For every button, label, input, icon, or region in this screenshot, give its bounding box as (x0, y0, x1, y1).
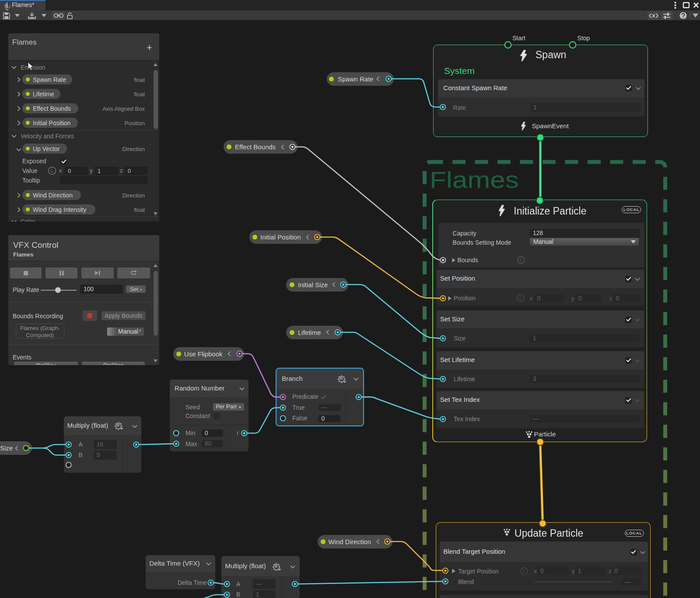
svg-text:L: L (523, 568, 525, 573)
svg-text:L: L (519, 295, 522, 301)
svg-text:L: L (51, 168, 53, 173)
svg-text:L: L (520, 257, 522, 263)
